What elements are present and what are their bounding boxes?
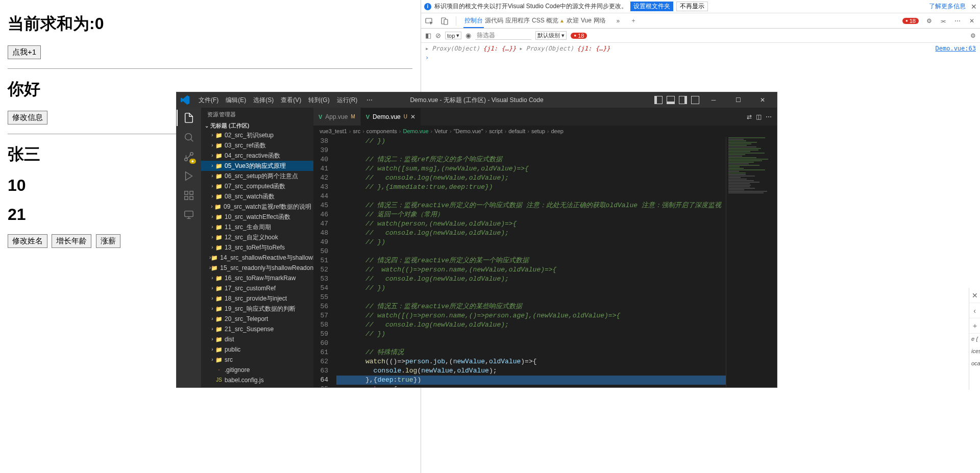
folder-item[interactable]: ›📁05_Vue3的响应式原理	[201, 161, 313, 171]
folder-item[interactable]: ›📁03_src_ref函数	[201, 140, 313, 151]
menu-item[interactable]: 选择(S)	[250, 96, 277, 104]
folder-item[interactable]: ›📁18_src_provide与inject	[201, 293, 313, 304]
settings-gear-icon[interactable]: ⚙	[925, 17, 933, 25]
inspect-icon[interactable]	[425, 17, 433, 25]
filter-input[interactable]	[475, 31, 531, 40]
clear-console-icon[interactable]: ⊘	[435, 32, 441, 39]
sidebar-toggle-icon[interactable]: ◧	[425, 32, 431, 39]
search-icon[interactable]	[183, 131, 195, 143]
folder-item[interactable]: ›📁15_src_readonly与shallowReadonly	[201, 263, 313, 273]
folder-item[interactable]: ›📁20_src_Teleport	[201, 314, 313, 324]
kebab-icon[interactable]: ⋯	[953, 17, 962, 25]
breadcrumb-segment[interactable]: Demo.vue	[403, 128, 428, 134]
devtools-tab[interactable]: 控制台	[463, 13, 484, 28]
dock-icon[interactable]: ⫘	[939, 17, 947, 25]
level-select[interactable]: 默认级别 ▾	[535, 31, 567, 40]
folder-item[interactable]: ›📁19_src_响应式数据的判断	[201, 304, 313, 314]
breadcrumb-segment[interactable]: script	[489, 128, 502, 134]
error-count-badge-2[interactable]: 18	[571, 33, 587, 39]
explorer-icon[interactable]	[183, 112, 195, 124]
folder-item[interactable]: ›📁17_src_customRef	[201, 283, 313, 293]
folder-item[interactable]: ›📁21_src_Suspense	[201, 324, 313, 334]
folder-item[interactable]: ›📁dist	[201, 334, 313, 344]
layout-icon-4[interactable]	[691, 96, 699, 104]
menu-item[interactable]: 查看(V)	[277, 96, 305, 104]
code-lines[interactable]: // }) // 情况二：监视ref所定义的多个响应式数据 // watch([…	[336, 137, 777, 387]
minimize-button[interactable]: ─	[703, 92, 724, 108]
minimap[interactable]	[726, 137, 777, 387]
breadcrumb-segment[interactable]: components	[366, 128, 397, 134]
menu-item[interactable]: 文件(F)	[195, 96, 222, 104]
close-devtools-icon[interactable]: ✕	[968, 17, 976, 25]
editor-tab[interactable]: VDemo.vue U✕	[361, 108, 421, 126]
devtools-tab[interactable]: CSS 概览▲	[531, 13, 566, 28]
folder-item[interactable]: ›📁13_src_toRef与toRefs	[201, 242, 313, 253]
source-control-icon[interactable]: ●	[183, 151, 195, 163]
drawer-expand-icon[interactable]: ‹	[969, 303, 980, 318]
console-log-line[interactable]: ▸ Proxy(Object) {j1: {…}} ▸ Proxy(Object…	[425, 44, 976, 53]
debug-icon[interactable]	[183, 170, 195, 182]
breadcrumb-segment[interactable]: setup	[531, 128, 545, 134]
devtools-tab[interactable]: 源代码	[484, 13, 504, 28]
extensions-icon[interactable]	[183, 189, 195, 202]
context-select[interactable]: top ▾	[445, 32, 461, 39]
vscode-titlebar[interactable]: 文件(F)编辑(E)选择(S)查看(V)转到(G)运行(R) ⋯ Demo.vu…	[177, 92, 777, 108]
remote-icon[interactable]	[183, 209, 195, 221]
folder-item[interactable]: ›📁12_src_自定义hook	[201, 232, 313, 242]
menu-item[interactable]: 转到(G)	[305, 96, 333, 104]
tab-close-icon[interactable]: ✕	[410, 113, 415, 120]
folder-item[interactable]: ›📁06_src_setup的两个注意点	[201, 171, 313, 181]
folder-item[interactable]: ›📁10_src_watchEffect函数	[201, 212, 313, 222]
dont-show-button[interactable]: 不再显示	[676, 2, 708, 11]
folder-item[interactable]: ›📁public	[201, 344, 313, 355]
folder-item[interactable]: ›📁09_src_watch监视ref数据的说明	[201, 202, 313, 212]
raise-button[interactable]: 涨薪	[96, 234, 120, 248]
expand-arrow-icon[interactable]: ▸	[425, 45, 429, 52]
breadcrumb-segment[interactable]: vue3_test1	[320, 128, 347, 134]
breadcrumb-segment[interactable]: src	[353, 128, 361, 134]
layout-icon-1[interactable]	[654, 96, 663, 104]
folder-item[interactable]: ›📁16_src_toRaw与markRaw	[201, 273, 313, 283]
devtools-tab[interactable]: 欢迎	[566, 13, 580, 28]
maximize-button[interactable]: ☐	[728, 92, 748, 108]
file-item[interactable]: ◦.gitignore	[201, 365, 313, 375]
menu-item[interactable]: 运行(R)	[333, 96, 361, 104]
modify-name-button[interactable]: 修改姓名	[8, 234, 47, 248]
menu-item[interactable]: 编辑(E)	[222, 96, 250, 104]
expand-arrow-icon[interactable]: ▸	[519, 45, 523, 52]
devtools-tab[interactable]: Vue	[580, 13, 593, 28]
breadcrumb[interactable]: vue3_test1 › src › components › Demo.vue…	[313, 126, 777, 137]
folder-item[interactable]: ›📁02_src_初识setup	[201, 130, 313, 140]
drawer-add-icon[interactable]: ＋	[969, 318, 980, 334]
breadcrumb-segment[interactable]: deep	[551, 128, 564, 134]
compare-icon[interactable]: ⇄	[747, 113, 752, 120]
devtools-tab[interactable]: 应用程序	[504, 13, 531, 28]
drawer-close-icon[interactable]: ✕	[969, 288, 980, 303]
increment-button[interactable]: 点我+1	[8, 45, 41, 59]
more-tabs-icon[interactable]: »	[614, 17, 622, 25]
editor-tab[interactable]: VApp.vue M	[313, 108, 361, 126]
split-editor-icon[interactable]: ◫	[756, 113, 762, 120]
grow-age-button[interactable]: 增长年龄	[52, 234, 91, 248]
code-editor[interactable]: 3839404142434445464748495051525354555657…	[313, 137, 777, 387]
breadcrumb-segment[interactable]: Vetur	[434, 128, 448, 134]
breadcrumb-segment[interactable]: default	[508, 128, 525, 134]
file-item[interactable]: {}package-lock.json	[201, 385, 313, 387]
folder-item[interactable]: ›📁src	[201, 355, 313, 365]
overflow-menu-icon[interactable]: ⋯	[363, 96, 376, 104]
layout-icon-2[interactable]	[667, 96, 675, 104]
breadcrumb-segment[interactable]: "Demo.vue"	[454, 128, 483, 134]
workspace-root[interactable]: ⌄无标题 (工作区)	[201, 121, 313, 130]
error-count-badge[interactable]: 18	[902, 18, 919, 24]
folder-item[interactable]: ›📁11_src_生命周期	[201, 222, 313, 232]
add-tab-icon[interactable]: ＋	[629, 17, 638, 25]
more-actions-icon[interactable]: ⋯	[766, 113, 772, 120]
folder-item[interactable]: ›📁08_src_watch函数	[201, 191, 313, 202]
set-root-button[interactable]: 设置根文件夹	[630, 2, 673, 11]
devtools-tab[interactable]: 网络	[593, 13, 607, 28]
console-prompt-icon[interactable]: ›	[425, 54, 429, 61]
console-settings-icon[interactable]: ⚙	[970, 32, 976, 39]
live-expression-icon[interactable]: ◉	[465, 32, 471, 39]
infobar-close-icon[interactable]: ✕	[971, 3, 977, 11]
folder-item[interactable]: ›📁04_src_reactive函数	[201, 151, 313, 161]
